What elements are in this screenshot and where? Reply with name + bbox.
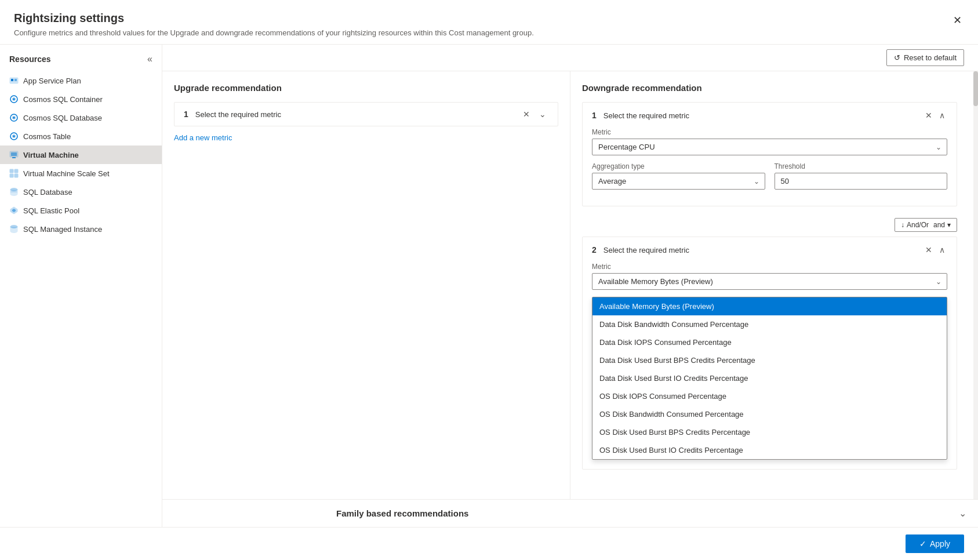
upgrade-panel-title: Upgrade recommendation	[174, 83, 558, 93]
dropdown-item-8[interactable]: OS Disk Used Burst IO Credits Percentage	[592, 441, 947, 459]
metric-select-2[interactable]: Available Memory Bytes (Preview)	[592, 273, 947, 290]
downgrade-collapse-button-2[interactable]: ∧	[937, 244, 947, 256]
downgrade-metric-number-1: 1	[592, 111, 597, 120]
cosmos-table-icon	[9, 132, 19, 141]
sidebar-label-cosmos-sql-database: Cosmos SQL Database	[23, 114, 102, 122]
sidebar-item-sql-database[interactable]: SQL Database	[0, 183, 162, 201]
metric-form-row-1: Aggregation type Average Thres	[592, 162, 947, 197]
sidebar-label-cosmos-sql-container: Cosmos SQL Container	[23, 95, 103, 104]
threshold-input[interactable]	[775, 173, 948, 190]
sidebar-item-app-service-plan[interactable]: App Service Plan	[0, 71, 162, 90]
sidebar-label-sql-managed-instance: SQL Managed Instance	[23, 225, 102, 234]
family-section: Family based recommendations ⌄	[162, 499, 978, 527]
sidebar-label-cosmos-table: Cosmos Table	[23, 132, 71, 141]
upgrade-panel: Upgrade recommendation 1 Select the requ…	[162, 71, 570, 499]
apply-icon: ✓	[919, 539, 926, 548]
add-new-metric-button[interactable]: Add a new metric	[174, 133, 232, 142]
dropdown-item-0[interactable]: Available Memory Bytes (Preview)	[592, 297, 947, 315]
threshold-group: Threshold	[775, 162, 948, 190]
family-title: Family based recommendations	[336, 508, 468, 518]
aggregation-group: Aggregation type Average	[592, 162, 765, 190]
downgrade-metric-title-2: Select the required metric	[603, 246, 917, 254]
metric-form-group-2: Metric Available Memory Bytes (Preview)	[592, 263, 947, 290]
sidebar-item-sql-managed-instance[interactable]: SQL Managed Instance	[0, 220, 162, 238]
svg-rect-17	[10, 169, 13, 173]
sidebar-item-cosmos-sql-container[interactable]: Cosmos SQL Container	[0, 90, 162, 108]
downgrade-metric-header-1: 1 Select the required metric ✕ ∧	[583, 103, 957, 128]
upgrade-metric-placeholder: Select the required metric	[195, 110, 514, 119]
svg-rect-19	[10, 174, 13, 177]
dropdown-item-2[interactable]: Data Disk IOPS Consumed Percentage	[592, 333, 947, 351]
downgrade-clear-button-1[interactable]: ✕	[923, 110, 935, 121]
dropdown-item-5[interactable]: OS Disk IOPS Consumed Percentage	[592, 387, 947, 405]
cosmos-sql-container-icon	[9, 94, 19, 104]
metric-select-wrapper-2: Available Memory Bytes (Preview)	[592, 273, 947, 290]
upgrade-expand-button[interactable]: ⌄	[537, 108, 548, 120]
content-toolbar: ↺ Reset to default	[162, 45, 978, 71]
reset-icon: ↺	[894, 53, 900, 62]
family-expand-button[interactable]: ⌄	[959, 508, 966, 519]
metric-select-1[interactable]: Percentage CPU	[592, 139, 947, 155]
svg-rect-14	[11, 152, 17, 156]
downgrade-clear-button-2[interactable]: ✕	[923, 244, 935, 256]
downgrade-metric-title-1: Select the required metric	[603, 111, 917, 120]
dropdown-item-4[interactable]: Data Disk Used Burst IO Credits Percenta…	[592, 369, 947, 387]
close-button[interactable]: ✕	[951, 12, 964, 29]
upgrade-clear-button[interactable]: ✕	[521, 108, 532, 120]
scrollbar-thumb[interactable]	[973, 71, 978, 106]
recommendations-container: Upgrade recommendation 1 Select the requ…	[162, 71, 978, 499]
sql-managed-instance-icon	[9, 224, 19, 234]
upgrade-metric-selector[interactable]: 1 Select the required metric ✕ ⌄	[174, 102, 558, 126]
cosmos-sql-database-icon	[9, 113, 19, 122]
sidebar-label-sql-database: SQL Database	[23, 188, 72, 197]
sidebar-item-virtual-machine[interactable]: Virtual Machine	[0, 146, 162, 164]
app-service-plan-icon	[9, 76, 19, 85]
aggregation-select[interactable]: Average	[592, 173, 765, 190]
sidebar-label-app-service-plan: App Service Plan	[23, 77, 81, 85]
reset-to-default-button[interactable]: ↺ Reset to default	[886, 49, 964, 66]
svg-rect-1	[11, 79, 13, 81]
dropdown-item-6[interactable]: OS Disk Bandwidth Consumed Percentage	[592, 405, 947, 423]
connector-value: and	[933, 221, 945, 229]
downgrade-metric-number-2: 2	[592, 245, 597, 254]
downgrade-metric-card-2: 2 Select the required metric ✕ ∧ Metric	[582, 237, 957, 470]
connector-chevron: ▾	[947, 221, 951, 229]
aggregation-select-wrapper: Average	[592, 173, 765, 190]
modal-subtitle: Configure metrics and threshold values f…	[14, 28, 534, 37]
virtual-machine-scale-set-icon	[9, 169, 19, 178]
connector-row: ↓ And/Or and ▾	[582, 213, 957, 237]
sql-elastic-pool-icon	[9, 206, 19, 215]
aggregation-label: Aggregation type	[592, 162, 765, 170]
scrollbar-track	[973, 71, 978, 499]
sidebar: Resources « App Service Plan Cosmos SQL …	[0, 45, 162, 527]
apply-label: Apply	[930, 539, 950, 548]
sidebar-item-cosmos-table[interactable]: Cosmos Table	[0, 127, 162, 146]
downgrade-collapse-button-1[interactable]: ∧	[937, 110, 947, 121]
reset-label: Reset to default	[904, 53, 957, 62]
upgrade-metric-actions: ✕ ⌄	[521, 108, 548, 120]
sidebar-item-cosmos-sql-database[interactable]: Cosmos SQL Database	[0, 108, 162, 127]
virtual-machine-icon	[9, 150, 19, 159]
sidebar-item-virtual-machine-scale-set[interactable]: Virtual Machine Scale Set	[0, 164, 162, 183]
metric-label-1: Metric	[592, 128, 947, 136]
dropdown-item-1[interactable]: Data Disk Bandwidth Consumed Percentage	[592, 315, 947, 333]
downgrade-panel-title: Downgrade recommendation	[582, 83, 957, 93]
dropdown-item-7[interactable]: OS Disk Used Burst BPS Credits Percentag…	[592, 423, 947, 441]
svg-point-12	[13, 136, 15, 137]
connector-button[interactable]: ↓ And/Or and ▾	[895, 218, 957, 232]
sidebar-item-sql-elastic-pool[interactable]: SQL Elastic Pool	[0, 201, 162, 220]
metric-form-group-1: Metric Percentage CPU	[592, 128, 947, 155]
svg-point-9	[13, 117, 15, 119]
sidebar-collapse-button[interactable]: «	[147, 54, 152, 64]
svg-point-6	[13, 99, 15, 100]
connector-label: And/Or	[907, 221, 929, 229]
metric-dropdown-list: Available Memory Bytes (Preview) Data Di…	[592, 297, 947, 460]
downgrade-metric-card-1: 1 Select the required metric ✕ ∧ Metric	[582, 102, 957, 206]
sidebar-label-virtual-machine-scale-set: Virtual Machine Scale Set	[23, 169, 110, 178]
metric-select-wrapper-1: Percentage CPU	[592, 139, 947, 155]
modal-footer: ✓ Apply	[0, 527, 978, 560]
svg-rect-18	[14, 169, 18, 173]
dropdown-item-3[interactable]: Data Disk Used Burst BPS Credits Percent…	[592, 351, 947, 369]
threshold-label: Threshold	[775, 162, 948, 170]
apply-button[interactable]: ✓ Apply	[906, 534, 964, 553]
